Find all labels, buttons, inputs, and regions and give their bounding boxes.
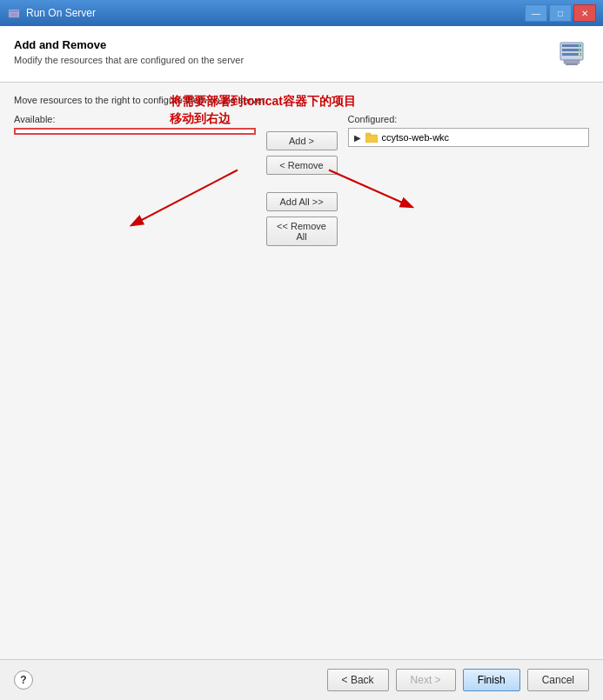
back-button[interactable]: < Back — [327, 669, 389, 691]
remove-button[interactable]: < Remove — [266, 156, 338, 175]
header-subtitle: Modify the resources that are configured… — [14, 55, 546, 65]
content-description: Move resources to the right to configure… — [14, 95, 589, 105]
available-label: Available: — [14, 114, 256, 124]
header-section: Add and Remove Modify the resources that… — [0, 26, 603, 83]
middle-buttons: Add > < Remove Add All >> << Remove All — [263, 114, 341, 246]
finish-button[interactable]: Finish — [463, 669, 520, 691]
svg-rect-5 — [562, 44, 581, 47]
svg-rect-8 — [564, 60, 580, 63]
tree-item[interactable]: ▶ ccytso-web-wkc — [351, 130, 587, 144]
svg-rect-6 — [562, 49, 581, 51]
svg-rect-14 — [365, 133, 371, 136]
configured-label: Configured: — [348, 114, 590, 124]
svg-point-12 — [579, 53, 580, 55]
bottom-left: ? — [14, 670, 33, 690]
add-button[interactable]: Add > — [266, 131, 338, 150]
content-area: Move resources to the right to configure… — [0, 83, 603, 659]
configured-item-label: ccytso-web-wkc — [382, 132, 450, 143]
svg-rect-7 — [562, 53, 581, 56]
svg-rect-9 — [566, 63, 578, 65]
folder-icon — [365, 132, 378, 143]
server-icon — [554, 38, 589, 73]
remove-all-button[interactable]: << Remove All — [266, 217, 338, 246]
title-bar: Run On Server — □ ✕ — [0, 0, 603, 26]
add-all-button[interactable]: Add All >> — [266, 192, 338, 211]
available-panel: Available: — [14, 114, 256, 135]
svg-point-11 — [579, 49, 580, 50]
minimize-button[interactable]: — — [525, 4, 547, 22]
next-button[interactable]: Next > — [396, 669, 456, 691]
available-listbox[interactable] — [14, 128, 256, 135]
header-text: Add and Remove Modify the resources that… — [14, 38, 546, 65]
close-button[interactable]: ✕ — [573, 4, 596, 22]
bottom-bar: ? < Back Next > Finish Cancel — [0, 659, 603, 700]
svg-rect-1 — [10, 10, 18, 12]
svg-point-10 — [579, 44, 580, 46]
tree-expand-icon: ▶ — [354, 133, 363, 143]
window-icon — [7, 6, 21, 20]
header-title: Add and Remove — [14, 38, 546, 51]
panels-row: Available: Add > < Remove Add All >> << … — [14, 114, 589, 246]
help-button[interactable]: ? — [14, 670, 33, 690]
cancel-button[interactable]: Cancel — [527, 669, 589, 691]
window-title: Run On Server — [26, 7, 525, 19]
svg-rect-13 — [365, 135, 378, 143]
configured-panel: Configured: ▶ ccytso-web-wkc — [348, 114, 590, 147]
bottom-right: < Back Next > Finish Cancel — [327, 669, 589, 691]
configured-listbox[interactable]: ▶ ccytso-web-wkc — [348, 128, 590, 147]
dialog-body: Add and Remove Modify the resources that… — [0, 26, 603, 700]
window-controls: — □ ✕ — [525, 4, 596, 22]
maximize-button[interactable]: □ — [549, 4, 572, 22]
